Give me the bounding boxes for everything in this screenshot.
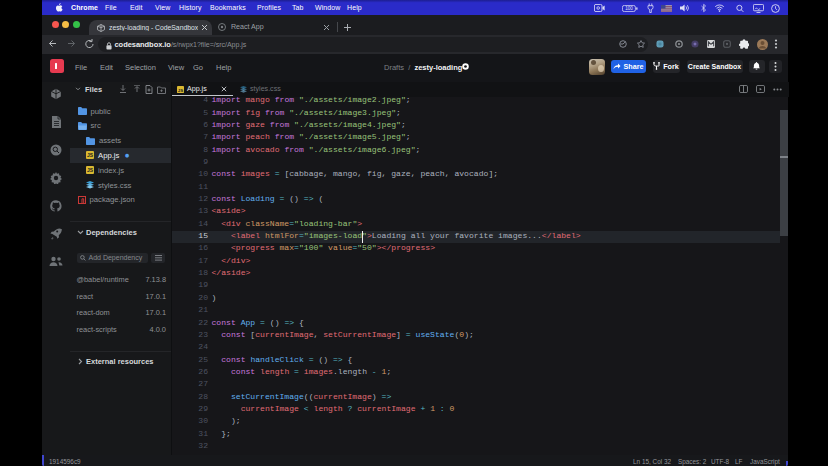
svg-text:JS: JS <box>87 153 94 159</box>
svg-text:JS: JS <box>87 168 94 174</box>
svg-text:100: 100 <box>625 6 633 11</box>
svg-text:JS: JS <box>178 87 183 92</box>
